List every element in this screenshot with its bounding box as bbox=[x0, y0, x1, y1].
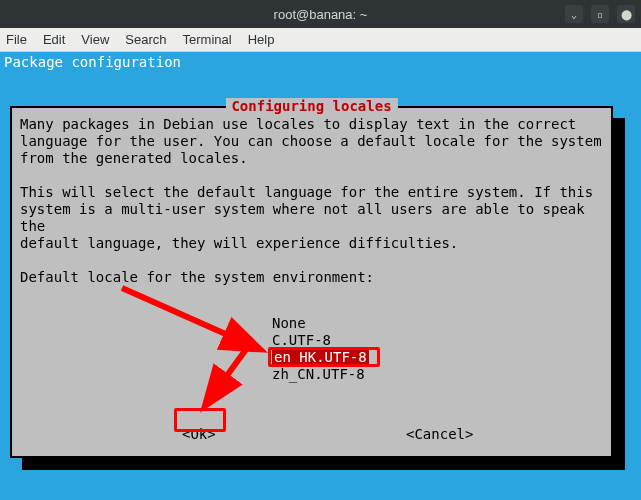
window-title: root@banana: ~ bbox=[274, 7, 368, 22]
locale-option-c-utf8[interactable]: C.UTF-8 bbox=[272, 332, 369, 349]
menu-view[interactable]: View bbox=[81, 32, 109, 47]
locale-option-en-hk[interactable]: en_HK.UTF-8 bbox=[272, 349, 369, 366]
menu-help[interactable]: Help bbox=[248, 32, 275, 47]
configuring-locales-dialog: Configuring locales Many packages in Deb… bbox=[10, 106, 613, 458]
menubar: File Edit View Search Terminal Help bbox=[0, 28, 641, 52]
dialog-body-text: Many packages in Debian use locales to d… bbox=[20, 116, 603, 286]
locale-option-none[interactable]: None bbox=[272, 315, 369, 332]
close-icon[interactable]: ⬤ bbox=[617, 5, 635, 23]
package-configuration-header: Package configuration bbox=[0, 52, 641, 72]
ok-button[interactable]: <Ok> bbox=[182, 426, 216, 442]
menu-file[interactable]: File bbox=[6, 32, 27, 47]
locale-option-en-hk-label: en_HK.UTF-8 bbox=[272, 349, 369, 365]
window-controls: ⌄ ▫ ⬤ bbox=[565, 0, 635, 28]
annotation-arrow-to-locale bbox=[112, 278, 282, 368]
locale-options-list[interactable]: None C.UTF-8 en_HK.UTF-8 zh_CN.UTF-8 bbox=[272, 315, 369, 383]
svg-line-1 bbox=[122, 288, 257, 348]
dialog-title: Configuring locales bbox=[225, 98, 397, 114]
menu-edit[interactable]: Edit bbox=[43, 32, 65, 47]
titlebar: root@banana: ~ ⌄ ▫ ⬤ bbox=[0, 0, 641, 28]
menu-terminal[interactable]: Terminal bbox=[183, 32, 232, 47]
svg-line-3 bbox=[207, 348, 247, 403]
minimize-icon[interactable]: ⌄ bbox=[565, 5, 583, 23]
locale-option-zh-cn[interactable]: zh_CN.UTF-8 bbox=[272, 366, 369, 383]
menu-search[interactable]: Search bbox=[125, 32, 166, 47]
maximize-icon[interactable]: ▫ bbox=[591, 5, 609, 23]
cancel-button[interactable]: <Cancel> bbox=[406, 426, 473, 442]
